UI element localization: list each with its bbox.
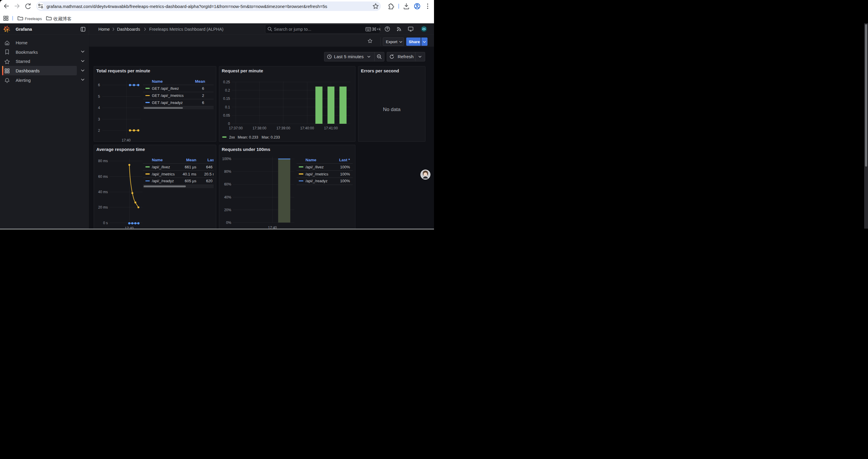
svg-text:40 ms: 40 ms (98, 190, 108, 194)
svg-text:0.2: 0.2 (225, 88, 230, 92)
svg-text:0.25: 0.25 (223, 80, 230, 84)
svg-text:40%: 40% (224, 195, 231, 199)
svg-text:0.15: 0.15 (223, 97, 230, 101)
svg-text:17:40: 17:40 (268, 225, 277, 229)
svg-text:5: 5 (98, 94, 100, 98)
svg-text:17:37:00: 17:37:00 (229, 126, 243, 130)
svg-text:17:40: 17:40 (121, 138, 130, 142)
svg-text:17:38:00: 17:38:00 (253, 126, 267, 130)
svg-text:17:40:00: 17:40:00 (300, 126, 314, 130)
svg-text:Max: 0.233: Max: 0.233 (262, 135, 280, 139)
svg-text:0 s: 0 s (103, 221, 107, 225)
svg-text:20 ms: 20 ms (98, 205, 108, 209)
svg-text:6: 6 (98, 83, 100, 87)
svg-text:2: 2 (98, 129, 100, 133)
svg-text:17:41:00: 17:41:00 (324, 126, 338, 130)
svg-text:0%: 0% (226, 220, 231, 225)
svg-text:4: 4 (98, 106, 100, 110)
svg-text:17:40: 17:40 (125, 226, 133, 229)
svg-text:2xx: 2xx (229, 135, 235, 139)
svg-text:80 ms: 80 ms (98, 159, 108, 163)
svg-text:60 ms: 60 ms (98, 174, 108, 178)
svg-text:0.05: 0.05 (223, 113, 230, 117)
svg-text:100%: 100% (222, 157, 231, 161)
svg-text:0.1: 0.1 (225, 105, 230, 109)
svg-text:17:39:00: 17:39:00 (277, 126, 290, 130)
svg-text:3: 3 (98, 117, 100, 121)
svg-text:60%: 60% (224, 182, 231, 186)
svg-text:0: 0 (228, 122, 230, 126)
svg-text:20%: 20% (224, 208, 231, 212)
svg-text:Mean: 0.233: Mean: 0.233 (238, 135, 258, 139)
svg-text:80%: 80% (224, 169, 231, 174)
